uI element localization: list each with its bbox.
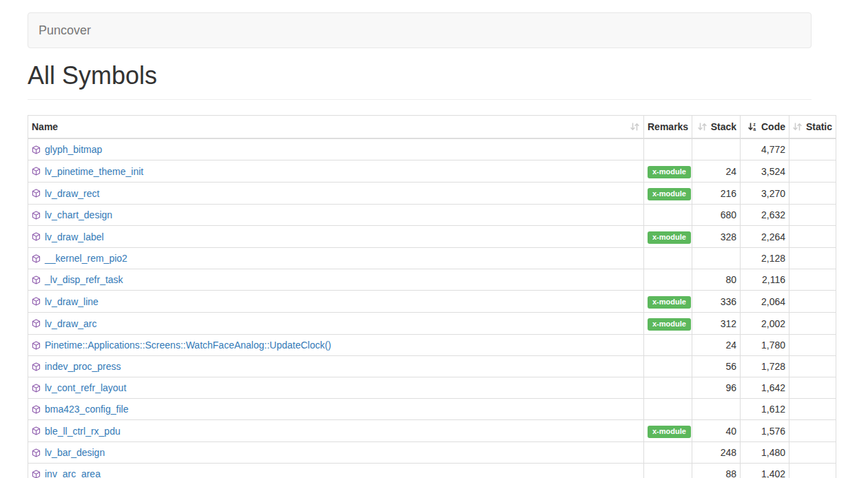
table-row: glyph_bitmap4,772 xyxy=(28,138,836,160)
stack-cell: 80 xyxy=(692,269,741,291)
navbar-brand-link[interactable]: Puncover xyxy=(28,13,101,48)
remarks-cell: x-module xyxy=(644,226,692,248)
column-header-remarks[interactable]: Remarks xyxy=(644,116,692,139)
x-module-badge: x-module xyxy=(648,166,691,178)
stack-cell: 312 xyxy=(692,313,741,335)
code-cell: 2,116 xyxy=(741,269,789,291)
cube-icon xyxy=(32,232,41,241)
stack-cell xyxy=(692,399,741,420)
x-module-badge: x-module xyxy=(648,426,691,438)
svg-text:a: a xyxy=(754,127,756,132)
symbol-name-cell: ble_ll_ctrl_rx_pdu xyxy=(28,420,644,442)
static-cell xyxy=(789,291,836,313)
sort-desc-icon: za xyxy=(747,122,758,132)
table-row: lv_draw_rectx-module2163,270 xyxy=(28,183,836,205)
divider xyxy=(28,99,812,100)
remarks-cell xyxy=(644,399,692,420)
cube-icon xyxy=(32,276,41,284)
static-cell xyxy=(789,205,836,226)
cube-icon xyxy=(32,426,41,435)
symbol-link[interactable]: _lv_disp_refr_task xyxy=(45,273,123,287)
symbol-link[interactable]: ble_ll_ctrl_rx_pdu xyxy=(45,424,121,438)
cube-icon xyxy=(32,297,41,306)
symbol-name-cell: lv_draw_arc xyxy=(28,313,644,335)
code-cell: 1,576 xyxy=(741,420,789,442)
symbol-link[interactable]: glyph_bitmap xyxy=(45,143,102,156)
static-cell xyxy=(789,183,836,205)
table-header: Name Remarks Stack xyxy=(28,116,836,139)
remarks-cell xyxy=(644,248,692,269)
symbol-link[interactable]: lv_cont_refr_layout xyxy=(45,381,126,395)
svg-text:z: z xyxy=(754,122,756,127)
table-row: lv_pinetime_theme_initx-module243,524 xyxy=(28,160,836,183)
cube-icon xyxy=(32,167,41,176)
stack-cell: 336 xyxy=(692,291,741,313)
table-row: lv_draw_linex-module3362,064 xyxy=(28,291,836,313)
symbol-name-cell: lv_draw_label xyxy=(28,226,644,248)
symbol-link[interactable]: lv_chart_design xyxy=(45,208,112,222)
symbol-link[interactable]: indev_proc_press xyxy=(45,360,121,373)
cube-icon xyxy=(32,319,41,328)
symbols-table-body: glyph_bitmap4,772lv_pinetime_theme_initx… xyxy=(28,138,836,478)
symbol-name-cell: lv_draw_rect xyxy=(28,183,644,205)
symbol-link[interactable]: lv_draw_line xyxy=(45,295,99,309)
symbols-table: Name Remarks Stack xyxy=(28,115,836,478)
symbol-link[interactable]: __kernel_rem_pio2 xyxy=(45,251,127,265)
stack-cell: 680 xyxy=(692,205,741,226)
symbol-name-cell: inv_arc_area xyxy=(28,464,644,478)
static-cell xyxy=(789,377,836,399)
symbol-name-cell: glyph_bitmap xyxy=(28,138,644,160)
table-row: bma423_config_file1,612 xyxy=(28,399,836,420)
static-cell xyxy=(789,160,836,183)
remarks-cell xyxy=(644,464,692,478)
stack-cell: 248 xyxy=(692,442,741,464)
navbar: Puncover xyxy=(28,12,812,48)
column-header-code[interactable]: za Code xyxy=(741,116,789,139)
symbol-link[interactable]: lv_draw_arc xyxy=(45,317,96,331)
symbol-name-cell: indev_proc_press xyxy=(28,356,644,377)
static-cell xyxy=(789,442,836,464)
stack-cell: 40 xyxy=(692,420,741,442)
table-row: lv_cont_refr_layout961,642 xyxy=(28,377,836,399)
cube-icon xyxy=(32,470,41,478)
cube-icon xyxy=(32,362,41,371)
code-cell: 1,612 xyxy=(741,399,789,420)
stack-cell: 216 xyxy=(692,183,741,205)
remarks-cell xyxy=(644,377,692,399)
table-row: _lv_disp_refr_task802,116 xyxy=(28,269,836,291)
symbol-link[interactable]: Pinetime::Applications::Screens::WatchFa… xyxy=(45,338,331,352)
symbol-name-cell: lv_bar_design xyxy=(28,442,644,464)
x-module-badge: x-module xyxy=(648,296,691,309)
symbol-link[interactable]: lv_bar_design xyxy=(45,446,105,459)
symbol-name-cell: Pinetime::Applications::Screens::WatchFa… xyxy=(28,335,644,356)
column-header-stack[interactable]: Stack xyxy=(692,116,741,139)
column-label: Code xyxy=(761,120,785,134)
column-header-static[interactable]: Static xyxy=(789,116,836,139)
symbol-link[interactable]: lv_draw_label xyxy=(45,230,104,244)
code-cell: 4,772 xyxy=(741,138,789,160)
code-cell: 1,480 xyxy=(741,442,789,464)
symbol-link[interactable]: lv_pinetime_theme_init xyxy=(45,165,143,178)
table-row: ble_ll_ctrl_rx_pdux-module401,576 xyxy=(28,420,836,442)
symbol-name-cell: lv_pinetime_theme_init xyxy=(28,160,644,183)
remarks-cell: x-module xyxy=(644,160,692,183)
code-cell: 2,064 xyxy=(741,291,789,313)
symbol-name-cell: lv_draw_line xyxy=(28,291,644,313)
symbol-link[interactable]: inv_arc_area xyxy=(45,467,101,478)
symbol-link[interactable]: bma423_config_file xyxy=(45,402,128,416)
remarks-cell xyxy=(644,335,692,356)
table-row: lv_chart_design6802,632 xyxy=(28,205,836,226)
x-module-badge: x-module xyxy=(648,188,691,200)
column-header-name[interactable]: Name xyxy=(28,116,644,139)
x-module-badge: x-module xyxy=(648,231,691,244)
column-label: Static xyxy=(806,120,832,134)
column-label: Remarks xyxy=(648,120,688,134)
sort-both-icon xyxy=(630,122,640,132)
code-cell: 1,780 xyxy=(741,335,789,356)
symbol-link[interactable]: lv_draw_rect xyxy=(45,187,99,200)
stack-cell: 96 xyxy=(692,377,741,399)
remarks-cell xyxy=(644,205,692,226)
code-cell: 3,524 xyxy=(741,160,789,183)
static-cell xyxy=(789,138,836,160)
cube-icon xyxy=(32,145,41,154)
